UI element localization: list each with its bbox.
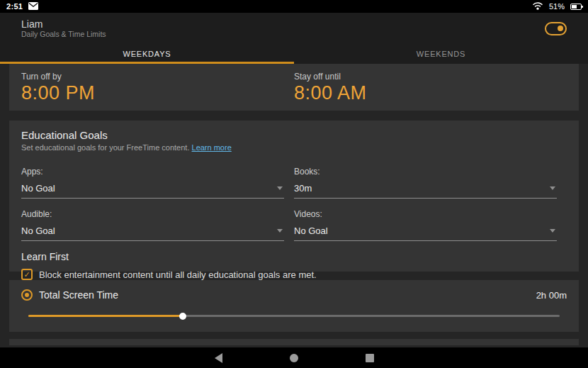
status-bar: 2:51 51% xyxy=(0,0,588,13)
total-screen-time-label: Total Screen Time xyxy=(39,289,118,301)
active-tab-indicator xyxy=(0,62,294,64)
tab-weekdays-label: WEEKDAYS xyxy=(123,50,171,58)
tab-weekends-label: WEEKENDS xyxy=(417,50,465,58)
educational-goals-subtitle: Set educational goals for your FreeTime … xyxy=(21,143,567,152)
content-area: Turn off by 8:00 PM Stay off until 8:00 … xyxy=(0,64,588,347)
apps-goal-value: No Goal xyxy=(21,183,55,194)
battery-icon xyxy=(570,4,582,10)
stay-off-until-setting[interactable]: Stay off until 8:00 AM xyxy=(294,72,567,111)
turn-off-by-label: Turn off by xyxy=(21,72,294,82)
audible-label: Audible: xyxy=(21,209,284,219)
educational-goals-subtitle-text: Set educational goals for your FreeTime … xyxy=(21,143,189,152)
wifi-icon xyxy=(532,0,543,13)
learn-first-checkbox[interactable]: ✓ xyxy=(21,269,33,280)
curfew-card: Turn off by 8:00 PM Stay off until 8:00 … xyxy=(9,64,579,111)
back-button[interactable] xyxy=(215,353,222,363)
videos-goal-dropdown[interactable]: No Goal xyxy=(294,225,557,241)
apps-goal-dropdown[interactable]: No Goal xyxy=(21,183,284,199)
learn-first-row: ✓ Block entertainment content until all … xyxy=(21,269,567,280)
goal-field-books: Books: 30m xyxy=(294,156,557,199)
apps-label: Apps: xyxy=(21,167,284,177)
profile-name: Liam xyxy=(21,18,106,30)
slider-fill xyxy=(28,315,183,317)
goal-field-videos: Videos: No Goal xyxy=(294,199,557,241)
screen-time-slider[interactable] xyxy=(28,312,560,319)
turn-off-by-setting[interactable]: Turn off by 8:00 PM xyxy=(21,72,294,111)
books-label: Books: xyxy=(294,167,557,177)
goal-field-apps: Apps: No Goal xyxy=(21,156,284,199)
page-title: Daily Goals & Time Limits xyxy=(21,30,106,39)
videos-label: Videos: xyxy=(294,209,557,219)
videos-goal-value: No Goal xyxy=(294,225,328,236)
books-goal-dropdown[interactable]: 30m xyxy=(294,183,557,199)
daily-goals-toggle[interactable] xyxy=(545,22,567,35)
chevron-down-icon xyxy=(277,229,283,233)
goal-fields-grid: Apps: No Goal Books: 30m Audible: xyxy=(21,156,567,241)
recents-button[interactable] xyxy=(366,354,374,362)
learn-first-checkbox-label: Block entertainment content until all da… xyxy=(39,269,317,280)
books-goal-value: 30m xyxy=(294,183,312,194)
toggle-knob-icon xyxy=(558,26,563,31)
battery-percent: 51% xyxy=(549,2,565,11)
header-text: Liam Daily Goals & Time Limits xyxy=(21,18,106,39)
radio-dot-icon xyxy=(25,293,29,297)
total-screen-time-card: Total Screen Time 2h 00m xyxy=(9,280,579,332)
audible-goal-value: No Goal xyxy=(21,225,55,236)
chevron-down-icon xyxy=(550,186,555,190)
stay-off-until-label: Stay off until xyxy=(294,72,567,82)
goal-field-audible: Audible: No Goal xyxy=(21,199,284,241)
turn-off-by-time: 8:00 PM xyxy=(21,82,294,104)
educational-goals-title: Educational Goals xyxy=(21,129,567,141)
stay-off-until-time: 8:00 AM xyxy=(294,82,567,104)
tab-weekends[interactable]: WEEKENDS xyxy=(294,44,588,64)
educational-goals-card: Educational Goals Set educational goals … xyxy=(9,121,579,272)
total-screen-time-row: Total Screen Time 2h 00m xyxy=(21,289,567,301)
checkmark-icon: ✓ xyxy=(23,271,30,279)
next-card-partial xyxy=(9,339,579,345)
status-bar-left: 2:51 xyxy=(6,0,38,13)
header: Liam Daily Goals & Time Limits xyxy=(0,13,588,44)
battery-fill xyxy=(572,5,577,9)
fire-tablet-screen: 2:51 51% Liam Daily Goals & Time Limits … xyxy=(0,0,588,368)
audible-goal-dropdown[interactable]: No Goal xyxy=(21,225,284,241)
learn-more-link[interactable]: Learn more xyxy=(192,143,232,152)
tab-bar: WEEKDAYS WEEKENDS xyxy=(0,44,588,64)
total-screen-time-radio[interactable] xyxy=(21,289,33,301)
clock: 2:51 xyxy=(6,2,23,11)
mail-notification-icon xyxy=(28,0,38,13)
status-bar-right: 51% xyxy=(532,0,582,13)
chevron-down-icon xyxy=(277,186,283,190)
tab-weekdays[interactable]: WEEKDAYS xyxy=(0,44,294,64)
chevron-down-icon xyxy=(550,229,555,233)
home-button[interactable] xyxy=(290,354,298,362)
learn-first-title: Learn First xyxy=(21,251,567,262)
navigation-bar xyxy=(0,347,588,368)
slider-thumb[interactable] xyxy=(179,313,186,320)
total-screen-time-value: 2h 00m xyxy=(536,290,567,301)
